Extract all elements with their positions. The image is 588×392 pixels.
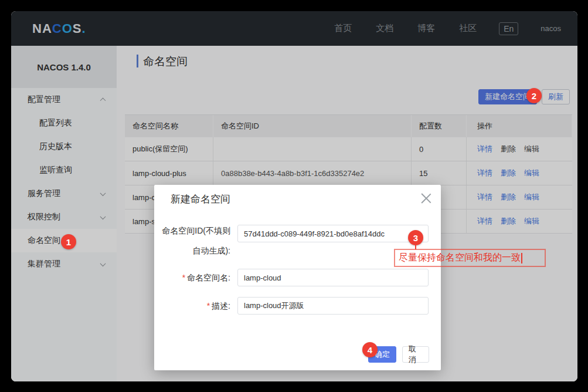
namespace-id-label-line2: 自动生成): xyxy=(154,246,230,256)
annotation-note-text: 尽量保持命名空间和我的一致 xyxy=(399,252,521,264)
namespace-name-label: *命名空间名: xyxy=(154,273,230,283)
dialog-title: 新建命名空间 xyxy=(171,192,230,206)
description-input[interactable] xyxy=(237,297,429,315)
close-icon[interactable] xyxy=(421,193,431,204)
text-cursor xyxy=(521,253,522,263)
annotation-badge-2: 2 xyxy=(526,88,542,103)
annotation-badge-4: 4 xyxy=(362,342,378,357)
cancel-button[interactable]: 取消 xyxy=(402,346,429,363)
annotation-badge-3: 3 xyxy=(408,230,423,245)
namespace-id-input[interactable] xyxy=(237,225,429,242)
required-asterisk: * xyxy=(182,273,185,282)
namespace-name-input[interactable] xyxy=(237,269,429,286)
label-text: 描述: xyxy=(212,301,230,310)
new-namespace-dialog: 新建命名空间 命名空间ID(不填则 自动生成): *命名空间名: *描述: 确定… xyxy=(154,185,441,370)
description-label: *描述: xyxy=(154,301,230,312)
required-asterisk: * xyxy=(207,301,210,310)
annotation-badge-1: 1 xyxy=(61,234,76,249)
screenshot-canvas: NACOS. 首页 文档 博客 社区 En nacos NACOS 1.4.0 … xyxy=(0,0,588,392)
nacos-app-window: NACOS. 首页 文档 博客 社区 En nacos NACOS 1.4.0 … xyxy=(11,11,577,381)
label-text: 命名空间名: xyxy=(187,273,230,282)
namespace-id-label-line1: 命名空间ID(不填则 xyxy=(154,226,230,236)
annotation-note-box: 尽量保持命名空间和我的一致 xyxy=(394,249,546,267)
